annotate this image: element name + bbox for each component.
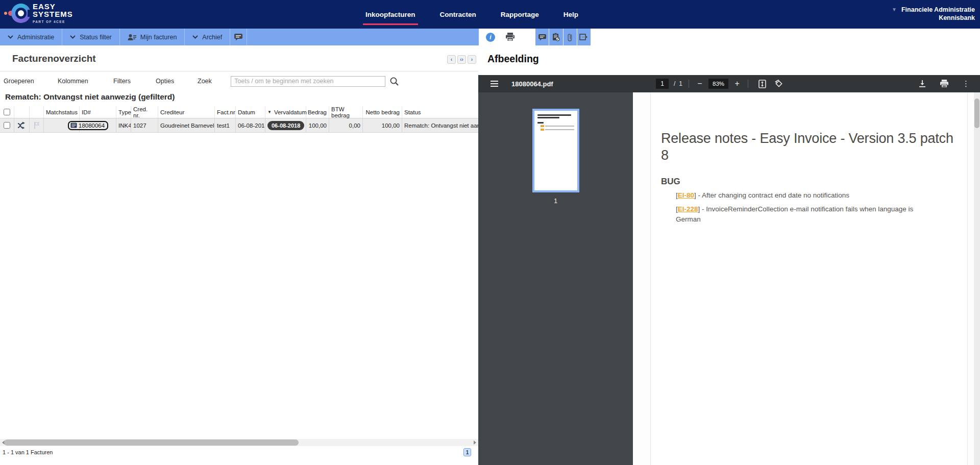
rotate-button[interactable]: [774, 79, 783, 88]
pdf-thumbnail-page-1[interactable]: [532, 109, 579, 192]
pdf-page-input[interactable]: [656, 79, 669, 89]
search-button[interactable]: [389, 77, 399, 86]
menu-zoek[interactable]: Zoek: [198, 78, 231, 85]
table-header-row: Matchstatus ID# Type Cred. nr. Crediteur…: [0, 106, 478, 118]
info-button[interactable]: i: [486, 33, 495, 42]
doc-bug-item: [EI-228] - InvoiceReminderCollection e-m…: [676, 204, 926, 225]
cell-type: INK4: [116, 118, 131, 132]
zoom-in-button[interactable]: +: [732, 78, 742, 90]
status-filter-dropdown[interactable]: Status filter: [62, 29, 120, 45]
cell-cred-nr: 1027: [131, 118, 158, 132]
invoice-table: Matchstatus ID# Type Cred. nr. Crediteur…: [0, 106, 478, 133]
menu-opties[interactable]: Opties: [156, 78, 198, 85]
comment-button[interactable]: [535, 29, 549, 45]
administratie-dropdown[interactable]: Administratie: [0, 29, 62, 45]
chevron-down-icon: [192, 35, 198, 39]
nav-tab-contracten[interactable]: Contracten: [438, 0, 478, 29]
select-all-checkbox[interactable]: [4, 109, 10, 115]
header-cred-nr[interactable]: Cred. nr.: [131, 106, 158, 118]
scroll-right-arrow-icon[interactable]: [472, 439, 478, 446]
doc-heading: Release notes - Easy Invoice - Version 3…: [661, 130, 954, 164]
zoom-out-button[interactable]: −: [695, 78, 704, 90]
menu-groeperen[interactable]: Groeperen: [4, 78, 58, 85]
export-button[interactable]: [577, 29, 591, 45]
search-icon: [389, 77, 399, 86]
chevron-down-icon: [8, 35, 13, 39]
horizontal-scrollbar-thumb[interactable]: [4, 439, 299, 446]
export-icon: [579, 33, 588, 41]
header-status[interactable]: Status: [402, 106, 478, 118]
account-caret-icon: ▼: [892, 6, 897, 14]
invoice-id-badge[interactable]: 18080064: [68, 121, 108, 130]
paperclip-icon: [567, 33, 573, 42]
collapse-left-button[interactable]: ‹: [447, 55, 456, 64]
header-id[interactable]: ID#: [80, 106, 116, 118]
archief-dropdown[interactable]: Archief: [185, 29, 230, 45]
chat-icon: [538, 34, 547, 41]
page-number-badge[interactable]: 1: [463, 448, 471, 456]
nav-tab-help[interactable]: Help: [562, 0, 580, 29]
download-button[interactable]: [918, 80, 926, 88]
cell-id: 18080064: [80, 118, 116, 132]
chat-icon: [234, 33, 243, 41]
list-menu-bar: Groeperen Kolommen Filters Opties Zoek: [0, 71, 478, 91]
invoice-list-panel: Facturenoverzicht ‹ ‹› › Groeperen Kolom…: [0, 45, 478, 465]
flag-icon[interactable]: [34, 121, 40, 129]
header-vervaldatum[interactable]: ▼ Vervaldatum: [265, 106, 306, 118]
menu-kolommen[interactable]: Kolommen: [58, 78, 113, 85]
pdf-more-menu-button[interactable]: ⋮: [962, 79, 970, 88]
account-kennisbank[interactable]: Kennisbank: [892, 14, 975, 22]
logo-line2: SYSTEMS: [33, 10, 73, 18]
cell-bedrag: 100,00: [306, 118, 329, 132]
pdf-print-button[interactable]: [940, 80, 949, 88]
mijn-facturen-button[interactable]: Mijn facturen: [120, 29, 185, 45]
pdf-scrollbar-thumb[interactable]: [974, 99, 979, 128]
account-menu[interactable]: ▼Financiele Administratie Kennisbank: [892, 6, 975, 22]
info-icon: i: [489, 34, 491, 41]
menu-filters[interactable]: Filters: [113, 78, 156, 85]
chat-button[interactable]: [230, 29, 247, 45]
rematch-icon[interactable]: [17, 121, 26, 129]
header-matchstatus[interactable]: Matchstatus: [44, 106, 80, 118]
header-crediteur[interactable]: Crediteur: [158, 106, 215, 118]
nav-tab-inkoopfacturen[interactable]: Inkoopfacturen: [364, 0, 417, 29]
cell-fact-nr: test1: [215, 118, 236, 132]
print-button[interactable]: [505, 33, 515, 41]
pdf-vertical-scrollbar[interactable]: [974, 92, 980, 465]
pdf-filename: 18080064.pdf: [511, 80, 553, 88]
row-checkbox[interactable]: [4, 122, 10, 129]
cell-btw-bedrag: 0,00: [329, 118, 363, 132]
panel-layout-controls: ‹ ‹› ›: [447, 55, 476, 64]
pdf-page-separator: /: [674, 80, 675, 87]
issue-link-ei-80[interactable]: EI-80: [678, 191, 694, 199]
action-toolbar: Administratie Status filter Mijn facture…: [0, 29, 591, 45]
split-view-button[interactable]: ‹›: [457, 55, 466, 64]
collapse-right-button[interactable]: ›: [468, 55, 476, 64]
header-bedrag[interactable]: Bedrag: [306, 106, 329, 118]
header-fact-nr[interactable]: Fact.nr: [215, 106, 236, 118]
doc-subheading: BUG: [661, 177, 957, 187]
header-datum[interactable]: Datum: [236, 106, 265, 118]
header-type[interactable]: Type: [116, 106, 131, 118]
cell-datum: 06-08-2018: [236, 118, 265, 132]
issue-link-ei-228[interactable]: EI-228: [678, 205, 698, 213]
account-name: Financiele Administratie: [901, 6, 975, 13]
pdf-menu-button[interactable]: [491, 81, 498, 87]
invoice-row[interactable]: 18080064 INK4 1027 Goudreinet Barneveld …: [0, 118, 478, 133]
cell-crediteur: Goudreinet Barneveld: [158, 118, 215, 132]
header-netto-bedrag[interactable]: Netto bedrag: [363, 106, 402, 118]
archief-label: Archief: [202, 34, 222, 41]
document-lines-icon: [70, 123, 77, 128]
clipboard-icon: [552, 33, 560, 41]
attachment-button[interactable]: [563, 29, 577, 45]
search-input[interactable]: [231, 76, 385, 87]
user-icon: [128, 34, 136, 41]
header-btw-bedrag[interactable]: BTW bedrag: [329, 106, 363, 118]
clipboard-status-button[interactable]: [549, 29, 562, 45]
chevron-down-icon: [70, 35, 76, 39]
pdf-toolbar: 18080064.pdf / 1 − 83% +: [478, 75, 980, 92]
horizontal-scrollbar[interactable]: [0, 439, 478, 446]
doc-bug-item: [EI-80] - After changing contract end da…: [676, 190, 926, 201]
nav-tab-rapportage[interactable]: Rapportage: [499, 0, 541, 29]
fit-to-page-button[interactable]: [758, 80, 766, 88]
